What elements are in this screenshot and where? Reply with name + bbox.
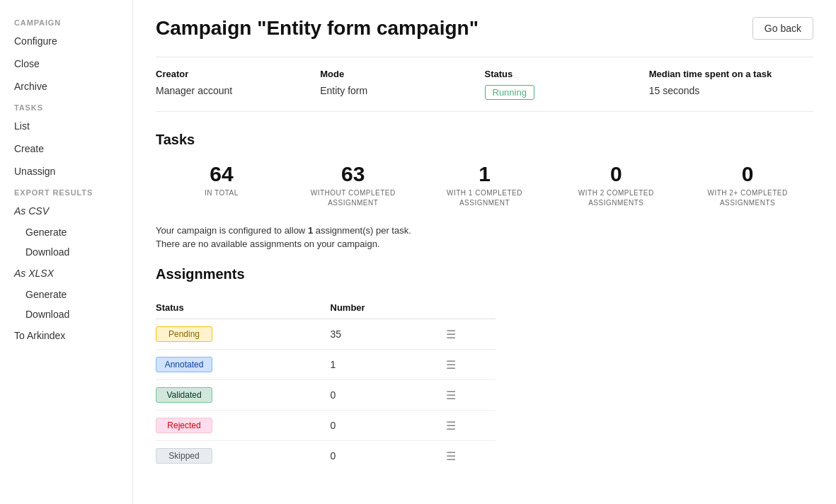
page-title: Campaign "Entity form campaign" [156, 17, 479, 40]
action-cell-3[interactable]: ☰ [446, 411, 496, 441]
sidebar-item-unassign[interactable]: Unassign [0, 160, 132, 183]
meta-creator: Creator Manager account [156, 69, 320, 100]
status-cell-0: Pending [156, 319, 331, 350]
tasks-section-title: Tasks [156, 132, 813, 148]
stat-number-1: 63 [294, 162, 412, 185]
status-pill-pending: Pending [156, 326, 212, 342]
stat-cell-0: 64IN TOTAL [156, 162, 287, 208]
meta-creator-label: Creator [156, 69, 306, 79]
info-line1: Your campaign is configured to allow 1 a… [156, 225, 813, 236]
meta-creator-value: Manager account [156, 85, 306, 96]
sidebar-item-csv-download[interactable]: Download [0, 242, 132, 262]
meta-status: Status Running [485, 69, 649, 100]
assignments-section-title: Assignments [156, 266, 813, 282]
number-cell-3: 0 [331, 411, 447, 441]
go-back-button[interactable]: Go back [752, 17, 813, 40]
sidebar-item-close[interactable]: Close [0, 52, 132, 75]
status-pill-skipped: Skipped [156, 448, 212, 464]
action-cell-1[interactable]: ☰ [446, 350, 496, 380]
sidebar-item-create[interactable]: Create [0, 137, 132, 160]
status-pill-validated: Validated [156, 387, 212, 403]
meta-status-label: Status [485, 69, 635, 79]
col-status-header: Status [156, 297, 331, 319]
table-row: Pending35☰ [156, 319, 496, 350]
col-number-header: Number [331, 297, 447, 319]
stat-number-0: 64 [163, 162, 280, 185]
stat-number-2: 1 [426, 162, 544, 185]
info-line2: There are no available assignments on yo… [156, 239, 813, 249]
sidebar-item-to-arkindex[interactable]: To Arkindex [0, 324, 132, 347]
col-action-header [446, 297, 496, 319]
meta-mode: Mode Entity form [320, 69, 484, 100]
stat-cell-2: 1WITH 1 COMPLETED ASSIGNMENT [419, 162, 551, 208]
number-cell-4: 0 [331, 441, 447, 471]
list-icon[interactable]: ☰ [446, 389, 456, 401]
sidebar-item-as-xlsx[interactable]: As XLSX [0, 262, 132, 285]
stat-label-4: WITH 2+ COMPLETED ASSIGNMENTS [689, 188, 806, 208]
sidebar-section-export: EXPORT RESULTS [0, 183, 132, 200]
assignments-table: Status Number Pending35☰Annotated1☰Valid… [156, 297, 496, 471]
action-cell-4[interactable]: ☰ [446, 441, 496, 471]
meta-row: Creator Manager account Mode Entity form… [156, 57, 813, 112]
assignments-tbody: Pending35☰Annotated1☰Validated0☰Rejected… [156, 319, 496, 471]
number-cell-1: 1 [331, 350, 447, 380]
stat-label-0: IN TOTAL [163, 188, 280, 198]
action-cell-2[interactable]: ☰ [446, 380, 496, 411]
tasks-stats-row: 64IN TOTAL63WITHOUT COMPLETED ASSIGNMENT… [156, 162, 813, 208]
tasks-section: Tasks 64IN TOTAL63WITHOUT COMPLETED ASSI… [156, 132, 813, 249]
stat-cell-1: 63WITHOUT COMPLETED ASSIGNMENT [287, 162, 419, 208]
table-row: Skipped0☰ [156, 441, 496, 471]
table-row: Rejected0☰ [156, 411, 496, 441]
list-icon[interactable]: ☰ [446, 359, 456, 371]
sidebar-item-xlsx-download[interactable]: Download [0, 304, 132, 324]
meta-median-label: Median time spent on a task [649, 69, 799, 79]
sidebar-item-archive[interactable]: Archive [0, 75, 132, 98]
sidebar-item-as-csv[interactable]: As CSV [0, 200, 132, 222]
list-icon[interactable]: ☰ [446, 328, 456, 340]
sidebar-section-campaign: CAMPAIGN [0, 13, 132, 30]
meta-median-value: 15 seconds [649, 85, 799, 96]
stat-label-1: WITHOUT COMPLETED ASSIGNMENT [294, 188, 412, 208]
meta-median: Median time spent on a task 15 seconds [649, 69, 813, 100]
sidebar-item-configure[interactable]: Configure [0, 30, 132, 52]
action-cell-0[interactable]: ☰ [446, 319, 496, 350]
main-content: Campaign "Entity form campaign" Go back … [133, 0, 836, 504]
meta-status-value: Running [485, 85, 635, 100]
meta-mode-value: Entity form [320, 85, 470, 96]
stat-label-3: WITH 2 COMPLETED ASSIGNMENTS [557, 188, 675, 208]
assignments-section: Assignments Status Number Pending35☰Anno… [156, 266, 813, 471]
status-pill-rejected: Rejected [156, 418, 212, 433]
stat-label-2: WITH 1 COMPLETED ASSIGNMENT [426, 188, 544, 208]
status-cell-2: Validated [156, 380, 331, 411]
sidebar-item-csv-generate[interactable]: Generate [0, 222, 132, 242]
stat-cell-3: 0WITH 2 COMPLETED ASSIGNMENTS [550, 162, 682, 208]
stat-cell-4: 0WITH 2+ COMPLETED ASSIGNMENTS [682, 162, 813, 208]
table-row: Validated0☰ [156, 380, 496, 411]
number-cell-0: 35 [331, 319, 447, 350]
status-cell-4: Skipped [156, 441, 331, 471]
list-icon[interactable]: ☰ [446, 450, 456, 462]
status-cell-1: Annotated [156, 350, 331, 380]
list-icon[interactable]: ☰ [446, 420, 456, 432]
stat-number-3: 0 [557, 162, 675, 185]
sidebar-item-xlsx-generate[interactable]: Generate [0, 285, 132, 304]
status-pill-annotated: Annotated [156, 357, 212, 372]
page-header: Campaign "Entity form campaign" Go back [156, 17, 813, 40]
status-badge: Running [485, 85, 534, 100]
status-cell-3: Rejected [156, 411, 331, 441]
table-row: Annotated1☰ [156, 350, 496, 380]
sidebar: CAMPAIGN Configure Close Archive TASKS L… [0, 0, 133, 504]
meta-mode-label: Mode [320, 69, 470, 79]
sidebar-item-list[interactable]: List [0, 115, 132, 137]
sidebar-section-tasks: TASKS [0, 98, 132, 115]
number-cell-2: 0 [331, 380, 447, 411]
stat-number-4: 0 [689, 162, 806, 185]
